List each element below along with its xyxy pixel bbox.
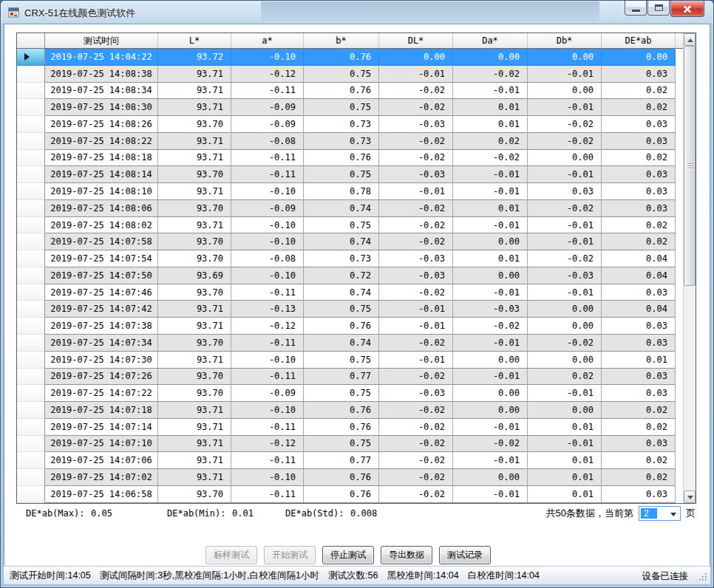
cell[interactable]: 2019-07-25 14:08:06: [45, 200, 158, 217]
cell[interactable]: 93.71: [158, 183, 231, 200]
cell[interactable]: -0.11: [231, 369, 304, 386]
cell[interactable]: 93.71: [158, 352, 231, 369]
cell[interactable]: 0.02: [602, 419, 676, 436]
cell[interactable]: -0.01: [379, 318, 453, 335]
cell[interactable]: 93.71: [158, 318, 231, 335]
cell[interactable]: 0.00: [453, 49, 528, 66]
cell[interactable]: -0.10: [231, 233, 304, 250]
cell[interactable]: -0.01: [453, 419, 528, 436]
cell[interactable]: 93.71: [158, 452, 231, 469]
cell[interactable]: 0.03: [602, 66, 676, 83]
cell[interactable]: -0.11: [231, 166, 304, 183]
cell[interactable]: 93.71: [158, 419, 231, 436]
cell[interactable]: 2019-07-25 14:07:10: [45, 436, 158, 453]
cell[interactable]: -0.01: [453, 486, 528, 503]
cell[interactable]: 0.74: [304, 233, 379, 250]
vertical-scrollbar[interactable]: [683, 33, 696, 503]
row-selector[interactable]: [17, 436, 45, 453]
cell[interactable]: 93.71: [158, 83, 231, 100]
cell[interactable]: 0.76: [304, 469, 379, 486]
cell[interactable]: 0.04: [602, 301, 676, 318]
cell[interactable]: -0.01: [528, 66, 602, 83]
cell[interactable]: 2019-07-25 14:08:02: [45, 217, 158, 234]
cell[interactable]: -0.01: [453, 335, 528, 352]
cell[interactable]: -0.02: [453, 436, 528, 453]
scrollbar-thumb[interactable]: [684, 46, 696, 286]
page-select[interactable]: 2: [639, 506, 681, 521]
cell[interactable]: -0.01: [528, 217, 602, 234]
cell[interactable]: 0.76: [304, 486, 379, 503]
cell[interactable]: 0.03: [602, 318, 676, 335]
cell[interactable]: -0.02: [379, 419, 453, 436]
maximize-icon[interactable]: [647, 1, 670, 16]
cell[interactable]: 0.01: [528, 486, 602, 503]
cell[interactable]: -0.02: [528, 133, 602, 150]
cell[interactable]: 2019-07-25 14:08:30: [45, 99, 158, 116]
row-selector[interactable]: [17, 452, 45, 469]
cell[interactable]: 0.00: [528, 402, 602, 419]
cell[interactable]: -0.10: [231, 217, 304, 234]
cell[interactable]: 0.02: [528, 369, 602, 386]
cell[interactable]: -0.03: [379, 166, 453, 183]
cell[interactable]: 2019-07-25 14:07:18: [45, 402, 158, 419]
row-selector[interactable]: [17, 267, 45, 284]
cell[interactable]: 93.70: [158, 385, 231, 402]
row-selector[interactable]: [17, 469, 45, 486]
cell[interactable]: -0.11: [231, 335, 304, 352]
cell[interactable]: -0.01: [453, 284, 528, 301]
cell[interactable]: 0.03: [602, 486, 676, 503]
cell[interactable]: -0.02: [379, 133, 453, 150]
cell[interactable]: -0.10: [231, 49, 304, 66]
cell[interactable]: -0.01: [528, 166, 602, 183]
row-selector[interactable]: [17, 150, 45, 167]
cell[interactable]: -0.02: [379, 369, 453, 386]
export-data-button[interactable]: 导出数据: [381, 546, 432, 564]
cell[interactable]: 0.73: [304, 250, 379, 267]
cell[interactable]: 0.73: [304, 116, 379, 133]
cell[interactable]: -0.09: [231, 385, 304, 402]
cell[interactable]: 2019-07-25 14:07:38: [45, 318, 158, 335]
cell[interactable]: 2019-07-25 14:07:58: [45, 233, 158, 250]
cell[interactable]: -0.02: [379, 150, 453, 167]
cell[interactable]: 0.01: [528, 419, 602, 436]
cell[interactable]: -0.01: [528, 233, 602, 250]
cell[interactable]: 0.03: [528, 183, 602, 200]
column-header-3[interactable]: b*: [304, 33, 379, 49]
cell[interactable]: -0.01: [528, 436, 602, 453]
cell[interactable]: 0.03: [602, 183, 676, 200]
cell[interactable]: -0.02: [453, 66, 528, 83]
titlebar[interactable]: CRX-51在线颜色测试软件: [1, 1, 713, 24]
cell[interactable]: 93.71: [158, 402, 231, 419]
cell[interactable]: 93.69: [158, 267, 231, 284]
cell[interactable]: 0.75: [304, 166, 379, 183]
cell[interactable]: -0.01: [528, 99, 602, 116]
cell[interactable]: 0.00: [528, 150, 602, 167]
cell[interactable]: 93.71: [158, 301, 231, 318]
cell[interactable]: 0.03: [602, 284, 676, 301]
cell[interactable]: 0.01: [453, 99, 528, 116]
cell[interactable]: -0.10: [231, 183, 304, 200]
cell[interactable]: -0.01: [379, 301, 453, 318]
cell[interactable]: -0.12: [231, 66, 304, 83]
cell[interactable]: 0.76: [304, 49, 379, 66]
cell[interactable]: -0.09: [231, 200, 304, 217]
cell[interactable]: 0.03: [602, 369, 676, 386]
cell[interactable]: 0.00: [453, 352, 528, 369]
cell[interactable]: -0.11: [231, 83, 304, 100]
cell[interactable]: 93.70: [158, 166, 231, 183]
cell[interactable]: 2019-07-25 14:07:34: [45, 335, 158, 352]
cell[interactable]: -0.03: [379, 116, 453, 133]
cell[interactable]: -0.02: [379, 99, 453, 116]
cell[interactable]: 0.01: [453, 200, 528, 217]
cell[interactable]: 0.03: [602, 200, 676, 217]
cell[interactable]: 0.74: [304, 284, 379, 301]
cell[interactable]: -0.01: [379, 183, 453, 200]
cell[interactable]: 0.02: [602, 99, 676, 116]
cell[interactable]: 0.76: [304, 402, 379, 419]
scroll-up-icon[interactable]: [684, 33, 696, 46]
cell[interactable]: 0.00: [602, 49, 676, 66]
cell[interactable]: -0.02: [379, 486, 453, 503]
cell[interactable]: 0.04: [602, 250, 676, 267]
column-header-6[interactable]: Db*: [528, 33, 602, 49]
cell[interactable]: -0.12: [231, 318, 304, 335]
